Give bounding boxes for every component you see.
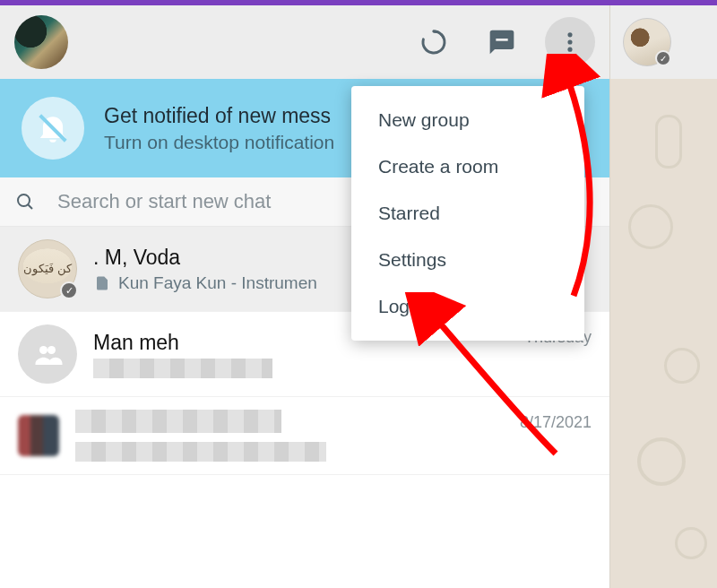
contact-avatar[interactable] <box>623 18 671 66</box>
new-chat-icon[interactable] <box>477 17 527 67</box>
svg-point-7 <box>48 346 56 354</box>
bell-icon <box>22 97 84 160</box>
notification-title: Get notified of new mess <box>104 104 334 128</box>
menu-item-create-room[interactable]: Create a room <box>351 143 584 190</box>
menu-item-new-group[interactable]: New group <box>351 97 584 143</box>
svg-point-0 <box>567 32 572 37</box>
menu-item-settings[interactable]: Settings <box>351 237 584 283</box>
chat-item[interactable]: 8/17/2021 <box>0 397 609 475</box>
svg-point-6 <box>39 346 48 354</box>
svg-line-5 <box>28 204 32 209</box>
right-header <box>610 5 717 79</box>
menu-item-starred[interactable]: Starred <box>351 190 584 237</box>
redacted-name <box>75 410 281 433</box>
conversation-list-pane: Get notified of new mess Turn on desktop… <box>0 5 609 588</box>
menu-button[interactable] <box>545 17 595 67</box>
my-avatar[interactable] <box>14 15 68 69</box>
menu-item-log-out[interactable]: Log out <box>351 283 584 330</box>
document-icon <box>93 274 111 292</box>
status-icon[interactable] <box>409 17 459 67</box>
chat-avatar <box>18 239 77 298</box>
svg-point-1 <box>567 39 572 44</box>
chat-avatar <box>18 324 77 384</box>
left-header <box>0 5 609 79</box>
overflow-menu: New group Create a room Starred Settings… <box>351 86 584 341</box>
chat-view-pane <box>609 5 717 588</box>
search-icon <box>14 191 36 212</box>
chat-background <box>610 79 717 588</box>
chat-avatar <box>18 415 59 456</box>
redacted-preview <box>93 359 272 378</box>
chat-time: 8/17/2021 <box>520 413 592 432</box>
notification-subtitle: Turn on desktop notification <box>104 132 334 153</box>
redacted-preview <box>75 442 326 462</box>
svg-point-4 <box>18 195 30 206</box>
svg-point-2 <box>567 48 572 52</box>
